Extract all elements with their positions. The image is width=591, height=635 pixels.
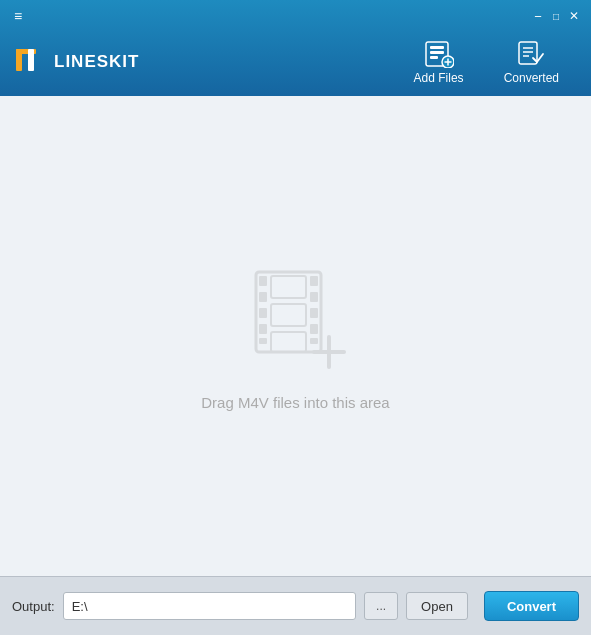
svg-rect-24 — [310, 338, 318, 344]
svg-rect-23 — [310, 324, 318, 334]
svg-rect-26 — [271, 304, 306, 326]
svg-rect-15 — [259, 276, 267, 286]
output-path-input[interactable] — [63, 592, 356, 620]
svg-rect-20 — [310, 276, 318, 286]
maximize-button[interactable]: □ — [547, 8, 565, 24]
minimize-button[interactable]: − — [529, 8, 547, 24]
svg-rect-1 — [16, 49, 22, 71]
close-button[interactable]: ✕ — [565, 8, 583, 24]
add-files-label: Add Files — [414, 71, 464, 85]
drag-text: Drag M4V files into this area — [201, 394, 389, 411]
svg-rect-2 — [28, 49, 34, 71]
browse-button[interactable]: ... — [364, 592, 398, 620]
output-label: Output: — [12, 599, 55, 614]
svg-rect-27 — [271, 332, 306, 352]
logo-icon — [12, 43, 50, 81]
add-files-icon — [424, 40, 454, 68]
converted-button[interactable]: Converted — [484, 34, 579, 91]
logo-text: LINESKIT — [54, 52, 139, 72]
settings-icon[interactable]: ≡ — [8, 6, 28, 26]
svg-rect-5 — [430, 51, 444, 54]
filmstrip-icon — [241, 262, 351, 372]
svg-rect-18 — [259, 324, 267, 334]
svg-rect-19 — [259, 338, 267, 344]
logo: LINESKIT — [12, 43, 139, 81]
svg-rect-16 — [259, 292, 267, 302]
svg-rect-25 — [271, 276, 306, 298]
open-button[interactable]: Open — [406, 592, 468, 620]
svg-rect-22 — [310, 308, 318, 318]
svg-rect-17 — [259, 308, 267, 318]
bottom-bar: Output: ... Open Convert — [0, 576, 591, 635]
converted-icon — [517, 40, 545, 68]
drop-area[interactable]: Drag M4V files into this area — [0, 96, 591, 576]
converted-label: Converted — [504, 71, 559, 85]
svg-rect-10 — [519, 42, 537, 64]
add-files-button[interactable]: Add Files — [394, 34, 484, 91]
drop-icon — [241, 262, 351, 376]
svg-rect-4 — [430, 46, 444, 49]
convert-button[interactable]: Convert — [484, 591, 579, 621]
svg-rect-21 — [310, 292, 318, 302]
svg-rect-6 — [430, 56, 438, 59]
